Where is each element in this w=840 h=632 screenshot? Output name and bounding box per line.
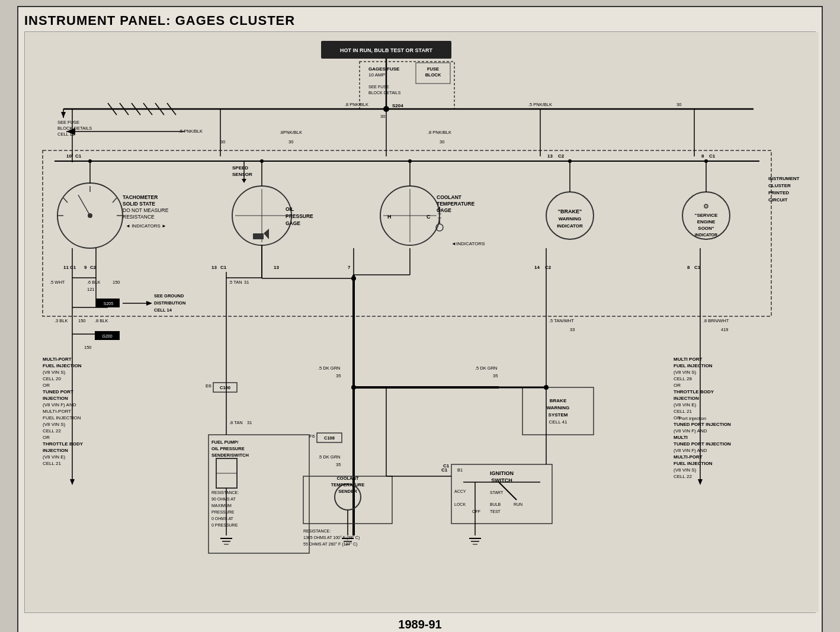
svg-text:(V8 VIN E): (V8 VIN E) [674,402,697,408]
svg-text:BLOCK DETAILS: BLOCK DETAILS [368,91,401,95]
svg-text:TEMPERATURE: TEMPERATURE [331,482,365,487]
diagram-wrapper: INSTRUMENT PANEL: GAGES CLUSTER HOT IN R… [17,6,823,632]
svg-text:(V8 VIN E): (V8 VIN E) [43,454,66,460]
svg-text:0 PRESSURE: 0 PRESSURE [211,523,238,527]
svg-text:CELL 20: CELL 20 [43,376,61,381]
svg-text:E6: E6 [206,383,211,389]
svg-text:SOLID STATE: SOLID STATE [123,201,155,207]
svg-text:INJECTION: INJECTION [43,396,68,401]
svg-text:CIRCUIT: CIRCUIT [768,197,788,203]
svg-text:FUEL INJECTION: FUEL INJECTION [674,363,713,368]
svg-text:(V8 VIN F) AND: (V8 VIN F) AND [43,402,76,408]
svg-text:419: 419 [721,327,729,332]
svg-text:OR: OR [43,435,50,440]
svg-text:PRINTED: PRINTED [768,190,789,195]
svg-text:13: 13 [274,265,279,270]
svg-text:MAXIMUM: MAXIMUM [211,503,232,508]
svg-text:FUEL INJECTION: FUEL INJECTION [43,363,82,368]
svg-text:(V8 VIN F) AND: (V8 VIN F) AND [674,428,707,434]
svg-text:CELL 14: CELL 14 [154,307,172,313]
svg-text:OFF: OFF [472,509,480,514]
svg-text:HOT IN RUN, BULB TEST OR START: HOT IN RUN, BULB TEST OR START [340,47,432,53]
svg-text:INDICATOR: INDICATOR [557,223,583,229]
svg-text:GAGES FUSE: GAGES FUSE [368,66,400,72]
page-title: INSTRUMENT PANEL: GAGES CLUSTER [24,13,816,28]
svg-text:FUEL INJECTION: FUEL INJECTION [43,415,81,421]
svg-text:C1: C1 [694,265,701,270]
svg-text:OR: OR [674,383,681,388]
svg-text:OR: OR [43,383,50,388]
svg-text:.8 PNK/BLK: .8 PNK/BLK [428,130,451,135]
svg-point-285 [351,385,356,390]
svg-text:⚙: ⚙ [703,203,709,210]
svg-text:13: 13 [211,265,217,270]
svg-text:.6 BLK: .6 BLK [87,280,101,285]
svg-text:PRESSURE: PRESSURE [286,213,313,219]
svg-text:8: 8 [687,265,690,270]
svg-text:150: 150 [113,280,120,285]
svg-text:ACCY: ACCY [454,489,466,493]
svg-text:13: 13 [547,153,553,159]
page-container: INSTRUMENT PANEL: GAGES CLUSTER HOT IN R… [0,0,840,632]
svg-text:CELL 21: CELL 21 [674,409,692,414]
svg-text:30: 30 [288,139,293,145]
svg-text:.5 TAN/WHT: .5 TAN/WHT [549,318,574,323]
svg-text:.5 PNK/BLK: .5 PNK/BLK [528,102,552,107]
svg-text:.5 TAN: .5 TAN [229,280,242,285]
svg-text:35: 35 [493,373,498,378]
svg-text:FUSE: FUSE [427,66,439,72]
svg-text:BRAKE: BRAKE [550,398,567,403]
svg-text:BULB: BULB [490,502,501,506]
svg-text:COOLANT: COOLANT [336,476,358,481]
svg-text:9: 9 [84,265,87,270]
svg-text:(V8 VIN F) AND: (V8 VIN F) AND [674,448,707,453]
svg-text:RESISTANCE: RESISTANCE [123,214,155,220]
svg-text:SYSTEM: SYSTEM [549,412,568,418]
svg-text:.8 PNK/BLK: .8 PNK/BLK [345,102,368,107]
svg-text:ENGINE: ENGINE [697,219,716,224]
svg-text:GAGE: GAGE [437,207,451,213]
svg-text:SOON": SOON" [698,226,714,231]
svg-text:SEE GROUND: SEE GROUND [154,293,184,299]
svg-text:RESISTANCE:: RESISTANCE: [211,490,239,495]
svg-text:C100: C100 [220,385,230,390]
svg-text:C1: C1 [70,265,76,270]
svg-text:35: 35 [336,462,341,467]
svg-text:TEST: TEST [490,509,501,514]
svg-text:RUN: RUN [514,502,522,506]
svg-text:C108: C108 [324,435,335,441]
svg-text:30: 30 [677,102,681,107]
svg-text:"BRAKE": "BRAKE" [558,208,582,214]
svg-text:.3 BLK: .3 BLK [54,318,68,323]
svg-text:30: 30 [440,139,444,145]
svg-text:B1: B1 [457,467,463,473]
svg-text:.8 TAN: .8 TAN [229,420,243,425]
svg-text:H: H [387,214,392,220]
svg-text:MULTI: MULTI [674,435,688,440]
svg-text:THROTTLE BODY: THROTTLE BODY [43,441,84,447]
svg-text:TUNED PORT: TUNED PORT [43,389,73,394]
svg-point-284 [351,276,356,281]
svg-text:WARNING: WARNING [559,216,582,222]
svg-text:INDICATOR: INDICATOR [695,233,717,237]
svg-point-266 [260,159,264,163]
svg-rect-64 [253,233,264,239]
svg-text:S205: S205 [104,301,113,306]
svg-text:30: 30 [220,139,225,145]
svg-text:IGNITION: IGNITION [490,470,514,476]
svg-rect-0 [25,32,819,612]
svg-text:"SERVICE: "SERVICE [695,213,718,218]
svg-text:(V8 VIN S): (V8 VIN S) [43,370,66,375]
svg-text:FUEL INJECTION: FUEL INJECTION [674,461,713,466]
svg-text:DO NOT MEASURE: DO NOT MEASURE [123,207,169,213]
svg-point-274 [704,159,708,163]
svg-text:30: 30 [380,114,385,119]
svg-text:BLOCK: BLOCK [425,72,441,78]
wiring-diagram-svg: HOT IN RUN, BULB TEST OR START GAGES FUS… [25,32,819,612]
svg-text:CELL 41: CELL 41 [549,419,568,425]
svg-text:S204: S204 [392,103,403,108]
svg-text:INSTRUMENT: INSTRUMENT [768,176,800,181]
svg-text:121: 121 [87,287,95,292]
svg-text:WARNING: WARNING [547,405,570,410]
svg-text:Port injection: Port injection [679,416,706,421]
